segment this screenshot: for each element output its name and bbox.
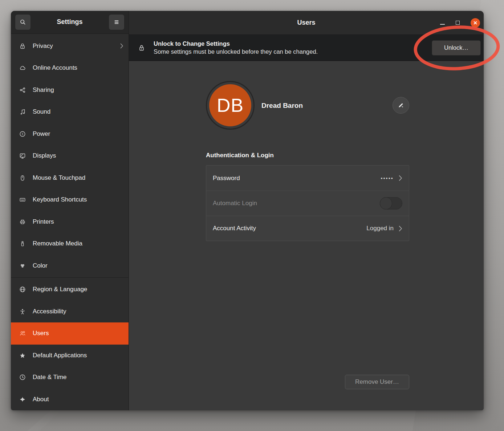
- sidebar-item-label: Privacy: [33, 42, 114, 50]
- sidebar-item-label: Mouse & Touchpad: [33, 174, 123, 182]
- sidebar-item-label: Region & Language: [33, 286, 123, 293]
- unlock-banner-title: Unlock to Change Settings: [154, 40, 424, 47]
- sidebar-header: Settings: [11, 11, 129, 34]
- chevron-right-icon: [120, 43, 123, 49]
- sidebar-item-label: Online Accounts: [33, 64, 123, 72]
- sidebar-item-sound[interactable]: Sound: [11, 101, 129, 123]
- color-circles-icon: [19, 262, 26, 269]
- edit-name-button[interactable]: [393, 97, 409, 114]
- sidebar-item-label: Power: [33, 130, 123, 138]
- sidebar-item-label: Removable Media: [33, 240, 123, 247]
- music-note-icon: [19, 108, 26, 115]
- sidebar-item-default-applications[interactable]: Default Applications: [11, 345, 129, 367]
- pencil-icon: [397, 102, 405, 109]
- search-icon: [19, 19, 27, 26]
- unlock-banner-subtitle: Some settings must be unlocked before th…: [154, 48, 424, 55]
- chevron-right-icon: [399, 225, 402, 232]
- automatic-login-label: Automatic Login: [213, 200, 375, 207]
- star-icon: [19, 352, 26, 359]
- titlebar[interactable]: Users ✕: [129, 11, 484, 35]
- share-nodes-icon: [19, 86, 26, 94]
- sidebar-separator: [11, 277, 129, 278]
- sidebar-item-users[interactable]: Users: [11, 322, 129, 345]
- auth-settings-list: Password ••••• Automatic Login Account A…: [206, 165, 409, 241]
- sidebar-item-date-time[interactable]: Date & Time: [11, 366, 129, 389]
- sidebar-item-label: Users: [33, 330, 123, 337]
- toggle-knob: [380, 197, 392, 210]
- accessibility-icon: [19, 308, 26, 315]
- maximize-icon[interactable]: [456, 21, 460, 25]
- unlock-button[interactable]: Unlock…: [432, 40, 481, 56]
- sidebar-nav: Privacy Online Accounts Sharing Sound Po…: [11, 34, 129, 411]
- avatar-initials: DB: [217, 94, 244, 116]
- users-panel: DB Dread Baron Authentication & Login Pa…: [129, 61, 484, 410]
- sidebar-item-printers[interactable]: Printers: [11, 211, 129, 233]
- sidebar-item-sharing[interactable]: Sharing: [11, 79, 129, 101]
- sidebar-item-about[interactable]: About: [11, 389, 129, 411]
- user-name: Dread Baron: [261, 102, 303, 110]
- sidebar-item-label: Keyboard Shortcuts: [33, 196, 123, 203]
- remove-user-button[interactable]: Remove User…: [345, 375, 409, 389]
- sidebar-item-online-accounts[interactable]: Online Accounts: [11, 57, 129, 79]
- sidebar-item-mouse-touchpad[interactable]: Mouse & Touchpad: [11, 167, 129, 189]
- sidebar-item-privacy[interactable]: Privacy: [11, 35, 129, 57]
- sidebar-item-label: About: [33, 396, 123, 403]
- users-icon: [19, 330, 26, 337]
- sidebar-item-label: Color: [33, 262, 123, 269]
- minimize-icon[interactable]: [440, 24, 445, 25]
- account-activity-label: Account Activity: [213, 225, 361, 232]
- sidebar-item-keyboard-shortcuts[interactable]: Keyboard Shortcuts: [11, 189, 129, 211]
- sidebar-item-power[interactable]: Power: [11, 123, 129, 145]
- close-icon[interactable]: ✕: [471, 18, 480, 28]
- menu-button[interactable]: [109, 14, 125, 30]
- unlock-banner-text: Unlock to Change Settings Some settings …: [154, 40, 424, 55]
- cloud-icon: [19, 64, 26, 72]
- password-label: Password: [213, 175, 376, 182]
- search-button[interactable]: [15, 14, 31, 30]
- account-activity-value: Logged in: [366, 225, 394, 232]
- sparkle-icon: [19, 396, 26, 403]
- sidebar-item-removable-media[interactable]: Removable Media: [11, 233, 129, 255]
- sidebar-item-label: Sharing: [33, 86, 123, 94]
- sidebar-item-displays[interactable]: Displays: [11, 145, 129, 167]
- account-activity-row[interactable]: Account Activity Logged in: [206, 216, 409, 241]
- chevron-right-icon: [399, 175, 402, 181]
- power-icon: [19, 130, 26, 138]
- content-pane: Users ✕ Unlock to Change Settings Some s…: [129, 11, 484, 410]
- mouse-icon: [19, 174, 26, 182]
- sidebar-item-label: Printers: [33, 218, 123, 225]
- sidebar-item-accessibility[interactable]: Accessibility: [11, 301, 129, 323]
- keyboard-icon: [19, 196, 26, 203]
- sidebar-item-label: Accessibility: [33, 308, 123, 315]
- sidebar-item-color[interactable]: Color: [11, 255, 129, 277]
- sidebar-item-region-language[interactable]: Region & Language: [11, 278, 129, 301]
- auth-section-heading: Authentication & Login: [206, 152, 274, 159]
- password-row[interactable]: Password •••••: [206, 166, 409, 191]
- unlock-banner: Unlock to Change Settings Some settings …: [129, 35, 484, 61]
- sidebar-item-label: Displays: [33, 152, 123, 159]
- settings-window: Settings Privacy Online Accounts Sharing: [11, 11, 484, 410]
- usb-drive-icon: [19, 240, 26, 247]
- printer-icon: [19, 218, 26, 225]
- automatic-login-row: Automatic Login: [206, 191, 409, 216]
- clock-icon: [19, 374, 26, 381]
- lock-icon: [138, 44, 146, 52]
- sidebar-item-label: Default Applications: [33, 352, 123, 359]
- display-icon: [19, 152, 26, 159]
- sidebar-item-label: Date & Time: [33, 374, 123, 381]
- lock-icon: [19, 42, 26, 50]
- sidebar: Settings Privacy Online Accounts Sharing: [11, 11, 129, 410]
- avatar-circle: DB: [209, 84, 251, 126]
- hamburger-menu-icon: [113, 19, 120, 26]
- app-title: Settings: [57, 18, 82, 26]
- automatic-login-toggle[interactable]: [380, 197, 402, 210]
- globe-icon: [19, 286, 26, 293]
- page-title: Users: [129, 19, 484, 27]
- window-controls: ✕: [440, 18, 484, 28]
- user-avatar[interactable]: DB: [206, 81, 255, 130]
- password-value: •••••: [381, 175, 394, 181]
- sidebar-item-label: Sound: [33, 108, 123, 115]
